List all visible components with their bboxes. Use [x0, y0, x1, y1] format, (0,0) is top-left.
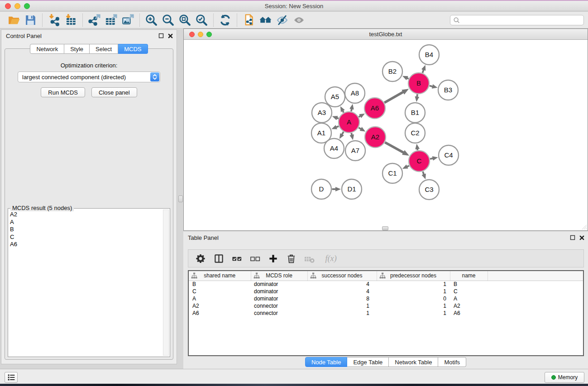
export-network-button[interactable]: [86, 13, 103, 27]
edge-C-C1[interactable]: [406, 166, 409, 167]
edge-B-B2[interactable]: [406, 78, 409, 79]
network-graph[interactable]: A A1 A2 A3 A4 A5 A6 A7 A8 B B1 B2 B3 B4 …: [184, 40, 588, 231]
cell-MCDS-role[interactable]: connector: [251, 302, 307, 310]
edge-C-C4[interactable]: [430, 158, 434, 159]
node-D[interactable]: D: [311, 179, 331, 199]
mcds-result-item[interactable]: A2: [10, 211, 163, 219]
node-A3[interactable]: A3: [312, 103, 332, 123]
close-panel-icon[interactable]: [168, 33, 173, 38]
table-row[interactable]: Adominator80A: [189, 295, 583, 302]
node-C4[interactable]: C4: [439, 145, 459, 165]
float-panel-icon[interactable]: [158, 33, 164, 38]
tab-mcds[interactable]: MCDS: [118, 44, 148, 54]
cell-name[interactable]: C: [450, 288, 488, 295]
cell-shared-name[interactable]: A2: [189, 302, 251, 310]
cell-name[interactable]: A6: [450, 310, 488, 317]
table-row[interactable]: Cdominator41C: [189, 288, 583, 295]
node-A4[interactable]: A4: [324, 138, 344, 158]
network-minimize-button[interactable]: [198, 32, 203, 37]
edge-A6-B[interactable]: [384, 92, 404, 103]
new-network-from-selection-button[interactable]: [240, 13, 257, 27]
cell-predecessor-nodes[interactable]: 1: [377, 281, 450, 288]
edge-A-A4[interactable]: [342, 132, 344, 135]
table-tab-node-table[interactable]: Node Table: [305, 357, 348, 367]
edge-A-A1[interactable]: [336, 126, 339, 128]
cell-shared-name[interactable]: A: [189, 295, 251, 302]
edge-A-A7[interactable]: [351, 133, 352, 136]
tab-style[interactable]: Style: [64, 44, 90, 54]
node-D1[interactable]: D1: [342, 179, 362, 199]
mcds-result-item[interactable]: C: [10, 234, 163, 241]
node-A2[interactable]: A2: [365, 127, 386, 148]
zoom-fit-button[interactable]: [177, 13, 193, 27]
table-row[interactable]: A6connector11A6: [189, 310, 583, 317]
node-C1[interactable]: C1: [382, 163, 402, 183]
columns-button[interactable]: [214, 253, 224, 264]
tab-select[interactable]: Select: [90, 44, 118, 54]
run-mcds-button[interactable]: Run MCDS: [41, 87, 85, 97]
table-tab-motifs[interactable]: Motifs: [438, 357, 466, 367]
minimize-window-button[interactable]: [14, 3, 20, 9]
cell-successor-nodes[interactable]: 4: [307, 281, 377, 288]
column-header-shared-name[interactable]: shared name: [189, 271, 251, 281]
float-table-panel-icon[interactable]: [570, 235, 575, 240]
column-header-name[interactable]: name: [450, 271, 488, 281]
cell-MCDS-role[interactable]: connector: [251, 310, 307, 317]
add-column-button[interactable]: [268, 253, 278, 264]
cell-predecessor-nodes[interactable]: 1: [377, 288, 450, 295]
table-tab-network-table[interactable]: Network Table: [389, 357, 438, 367]
edge-C-C3[interactable]: [423, 172, 424, 175]
resize-grip-icon[interactable]: [581, 224, 587, 230]
node-table[interactable]: shared nameMCDS rolesuccessor nodesprede…: [188, 270, 584, 356]
edge-B-B3[interactable]: [430, 86, 433, 87]
edge-A-A2[interactable]: [359, 128, 361, 129]
zoom-window-button[interactable]: [24, 3, 30, 9]
deselect-all-button[interactable]: [250, 253, 260, 264]
column-header-predecessor-nodes[interactable]: predecessor nodes: [377, 271, 450, 281]
node-C2[interactable]: C2: [405, 123, 425, 143]
settings-button[interactable]: [196, 253, 206, 264]
cell-shared-name[interactable]: C: [189, 288, 251, 295]
cell-shared-name[interactable]: A6: [189, 310, 251, 317]
network-canvas[interactable]: A A1 A2 A3 A4 A5 A6 A7 A8 B B1 B2 B3 B4 …: [184, 40, 588, 230]
edge-B-B1[interactable]: [417, 94, 417, 97]
cell-predecessor-nodes[interactable]: 1: [377, 302, 450, 310]
cell-successor-nodes[interactable]: 8: [307, 295, 377, 302]
save-session-button[interactable]: [22, 13, 39, 27]
cell-MCDS-role[interactable]: dominator: [251, 295, 307, 302]
node-A5[interactable]: A5: [325, 87, 345, 107]
export-image-button[interactable]: [120, 13, 136, 27]
eye-button[interactable]: [291, 13, 307, 27]
node-C[interactable]: C: [409, 151, 430, 172]
open-session-button[interactable]: [5, 13, 22, 27]
tab-network[interactable]: Network: [30, 44, 64, 54]
cell-MCDS-role[interactable]: dominator: [251, 288, 307, 295]
cell-name[interactable]: B: [450, 281, 488, 288]
node-B4[interactable]: B4: [419, 45, 439, 65]
mcds-result-list[interactable]: A2ABCA6: [10, 210, 163, 356]
edge-B-B4[interactable]: [422, 69, 424, 73]
cell-successor-nodes[interactable]: 1: [307, 310, 377, 317]
mcds-result-item[interactable]: B: [10, 226, 163, 234]
apply-preferred-layout-button[interactable]: [217, 13, 234, 27]
close-table-panel-icon[interactable]: [579, 235, 584, 240]
zoom-out-button[interactable]: [160, 13, 177, 27]
eye-slash-button[interactable]: [274, 13, 291, 27]
zoom-in-button[interactable]: [143, 13, 160, 27]
zoom-selected-button[interactable]: [193, 13, 210, 27]
cell-predecessor-nodes[interactable]: 1: [377, 310, 450, 317]
import-table-button[interactable]: [62, 13, 79, 27]
criterion-select[interactable]: largest connected component (directed): [18, 71, 160, 82]
select-all-button[interactable]: [232, 253, 242, 264]
cell-shared-name[interactable]: B: [189, 281, 251, 288]
task-history-button[interactable]: [5, 372, 18, 383]
table-row[interactable]: Bdominator41B: [189, 281, 583, 288]
node-A[interactable]: A: [339, 112, 359, 133]
edge-A-A5[interactable]: [343, 110, 344, 113]
edge-C-C2[interactable]: [417, 148, 418, 150]
node-A7[interactable]: A7: [345, 141, 365, 161]
divider-grip-bottom[interactable]: [382, 226, 388, 230]
network-close-button[interactable]: [189, 32, 195, 37]
result-scrollbar[interactable]: [163, 210, 169, 356]
column-header-successor-nodes[interactable]: successor nodes: [307, 271, 377, 281]
